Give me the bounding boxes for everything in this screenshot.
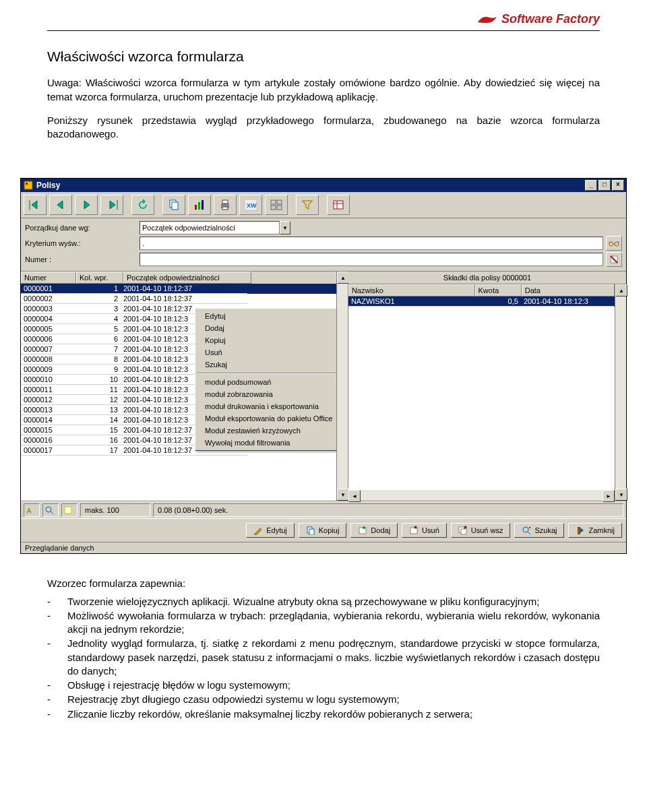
right-scroll-horizontal[interactable]: ◄► [348,490,615,501]
refresh-button[interactable] [131,195,154,215]
svg-rect-16 [334,201,343,209]
column-header[interactable]: Nazwisko [348,284,475,296]
svg-point-28 [523,527,528,532]
svg-rect-29 [578,527,580,534]
titlebar[interactable]: Polisy _ □ × [21,179,626,192]
svg-rect-6 [202,200,204,210]
post-title: Wzorzec formularza zapewnia: [47,577,600,590]
settings-button[interactable] [327,195,350,215]
action-usuń-wsz[interactable]: Usuń wsz [451,523,511,538]
svg-rect-13 [277,200,282,204]
column-header[interactable]: Data [522,284,615,296]
svg-rect-21 [65,507,71,513]
svg-rect-0 [24,181,32,189]
nav-next-button[interactable] [75,195,98,215]
criteria-label: Kryterium wyśw.: [25,239,140,247]
feature-item: -Możliwość wywołania formularza w trybac… [47,609,600,637]
status-icon-search[interactable] [42,503,59,517]
feature-item: -Tworzenie wielojęzycznych aplikacji. Wi… [47,595,600,608]
filter-button[interactable] [296,195,319,215]
glasses-icon[interactable] [606,236,622,251]
action-usuń[interactable]: Usuń [402,523,447,538]
table-row[interactable]: 000000112001-04-10 18:12:37 [21,284,336,294]
menu-item[interactable]: moduł podsumowań [195,376,336,388]
sort-label: Porządkuj dane wg: [25,224,140,232]
close-button[interactable]: × [612,180,624,191]
table-row[interactable]: 000000222001-04-10 18:12:37 [21,294,336,304]
action-dodaj[interactable]: Dodaj [350,523,398,538]
number-input[interactable] [140,253,603,266]
column-header[interactable]: Kwota [475,284,522,296]
table-row[interactable]: NAZWISKO10,52001-04-10 18:12:3 [348,296,615,307]
svg-rect-14 [271,206,276,210]
footer-status: Przeglądanie danych [21,542,626,553]
number-label: Numer : [25,255,140,263]
menu-item[interactable]: Wywołaj moduł filtrowania [195,437,336,449]
action-zamknij[interactable]: Zamknij [568,523,622,538]
right-grid-body[interactable]: NAZWISKO10,52001-04-10 18:12:3 [348,296,615,490]
sort-dropdown-icon[interactable]: ▼ [280,221,290,235]
right-grid-header[interactable]: NazwiskoKwotaData [348,284,615,296]
bird-icon [477,13,497,26]
sort-combo[interactable]: Początek odpowiedzialności [140,221,280,235]
left-grid-body[interactable]: EdytujDodajKopiujUsuńSzukajmoduł podsumo… [21,284,336,501]
status-icon-note[interactable] [61,503,78,517]
svg-rect-4 [195,205,197,210]
svg-rect-27 [461,529,466,534]
menu-item[interactable]: moduł zobrazowania [195,388,336,400]
pivot-button[interactable] [265,195,288,215]
menu-item[interactable]: Usuń [195,346,336,358]
action-edytuj[interactable]: Edytuj [246,523,295,538]
left-scroll-vertical[interactable]: ▲▼ [336,272,348,501]
export-excel-button[interactable]: XW [239,195,262,215]
menu-item[interactable]: Moduł zestawień krzyżowych [195,425,336,437]
chart-button[interactable] [188,195,211,215]
left-grid-header[interactable]: NumerKol. wpr.Początek odpowiedzialności [21,272,336,284]
svg-rect-23 [309,529,314,535]
print-button[interactable] [214,195,237,215]
svg-point-20 [46,507,51,512]
intro-paragraph-2: Poniższy rysunek przedstawia wygląd przy… [47,114,600,142]
menu-item[interactable]: Edytuj [195,310,336,322]
menu-item[interactable]: Dodaj [195,322,336,334]
svg-rect-1 [26,183,28,185]
status-time: 0.08 (0.08+0.00) sek. [153,503,623,517]
menu-item[interactable]: moduł drukowania i eksportowania [195,400,336,412]
column-header[interactable]: Kol. wpr. [76,272,123,284]
svg-rect-5 [198,202,200,210]
context-menu[interactable]: EdytujDodajKopiujUsuńSzukajmoduł podsumo… [195,308,336,451]
status-icon-1[interactable] [24,503,40,517]
toolbar: XW [21,192,626,218]
feature-list: -Tworzenie wielojęzycznych aplikacji. Wi… [47,595,600,721]
menu-item[interactable]: Kopiuj [195,334,336,346]
right-scroll-vertical[interactable]: ▲▼ [615,284,626,501]
svg-rect-9 [222,207,228,210]
app-icon [23,180,34,191]
feature-item: -Rejestrację zbyt długiego czasu odpowie… [47,693,600,706]
clear-icon[interactable] [606,252,622,267]
column-header[interactable]: Numer [21,272,76,284]
svg-rect-12 [271,200,276,204]
right-grid-pane: Składki dla polisy 0000001 NazwiskoKwota… [348,272,626,501]
feature-item: -Jednolity wygląd formularza, tj. siatkę… [47,637,600,678]
copy-button[interactable] [162,195,185,215]
app-window: Polisy _ □ × XW Porządkuj dane wg: Począ… [20,178,627,554]
menu-item[interactable]: Moduł eksportowania do pakietu Office [195,412,336,425]
brand-text: Software Factory [501,12,600,26]
criteria-input[interactable]: . [140,237,603,250]
menu-separator [197,373,336,374]
svg-rect-15 [277,206,282,210]
intro-paragraph-1: Uwaga: Właściwości wzorca formularza w t… [47,76,600,104]
action-kopiuj[interactable]: Kopiuj [299,523,347,538]
action-szukaj[interactable]: Szukaj [514,523,564,538]
svg-rect-8 [222,200,228,204]
feature-item: -Obsługę i rejestrację błędów w logu sys… [47,679,600,692]
section-title: Właściwości wzorca formularza [47,47,600,66]
nav-prev-button[interactable] [49,195,72,215]
minimize-button[interactable]: _ [585,180,597,191]
menu-item[interactable]: Szukaj [195,358,336,371]
nav-first-button[interactable] [24,195,47,215]
maximize-button[interactable]: □ [598,180,611,191]
nav-last-button[interactable] [100,195,123,215]
column-header[interactable]: Początek odpowiedzialności [123,272,251,284]
